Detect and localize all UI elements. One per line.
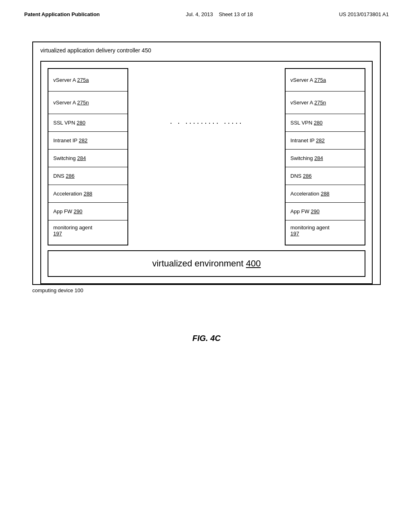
right-row-switching: Switching 284 [286,150,365,167]
publication-type: Patent Application Publication [24,11,100,17]
virtualized-environment-box: virtualized environment 400 [48,250,365,277]
dots-connector: . . ......... ..... [128,68,285,126]
patent-number: US 2013/0173801 A1 [339,11,389,17]
left-row-ssl-vpn: SSL VPN 280 [48,114,127,132]
right-row-ssl-vpn: SSL VPN 280 [286,114,365,132]
left-row-dns: DNS 286 [48,167,127,185]
right-vserver-column: vServer A 275a vServer A 275n SSL VPN 28… [285,68,365,245]
computing-device-label: computing device 100 [32,287,381,293]
right-row-monitoring-agent: monitoring agent197 [286,220,365,245]
controller-label: virtualized application delivery control… [40,47,373,54]
right-row-acceleration: Acceleration 288 [286,185,365,203]
left-vserver-column: vServer A 275a vServer A 275n SSL VPN 28… [48,68,128,245]
right-row-app-fw: App FW 290 [286,203,365,220]
columns-container: vServer A 275a vServer A 275n SSL VPN 28… [48,68,365,245]
right-row-vserver-a: vServer A 275a [286,69,365,91]
right-row-intranet-ip: Intranet IP 282 [286,132,365,150]
left-row-intranet-ip: Intranet IP 282 [48,132,127,150]
left-row-vserver-a: vServer A 275a [48,69,127,91]
left-row-switching: Switching 284 [48,150,127,167]
page-header: Patent Application Publication Jul. 4, 2… [0,0,413,17]
right-row-dns: DNS 286 [286,167,365,185]
left-row-acceleration: Acceleration 288 [48,185,127,203]
computing-device-box: virtualized application delivery control… [32,42,381,285]
left-row-monitoring-agent: monitoring agent197 [48,220,127,245]
diagram-area: virtualized application delivery control… [0,17,413,310]
publication-date: Jul. 4, 2013 Sheet 13 of 18 [186,11,253,17]
left-row-app-fw: App FW 290 [48,203,127,220]
controller-box: vServer A 275a vServer A 275n SSL VPN 28… [40,61,373,284]
figure-caption: FIG. 4C [0,334,413,343]
right-row-vserver-n: vServer A 275n [286,91,365,114]
left-row-vserver-n: vServer A 275n [48,91,127,114]
